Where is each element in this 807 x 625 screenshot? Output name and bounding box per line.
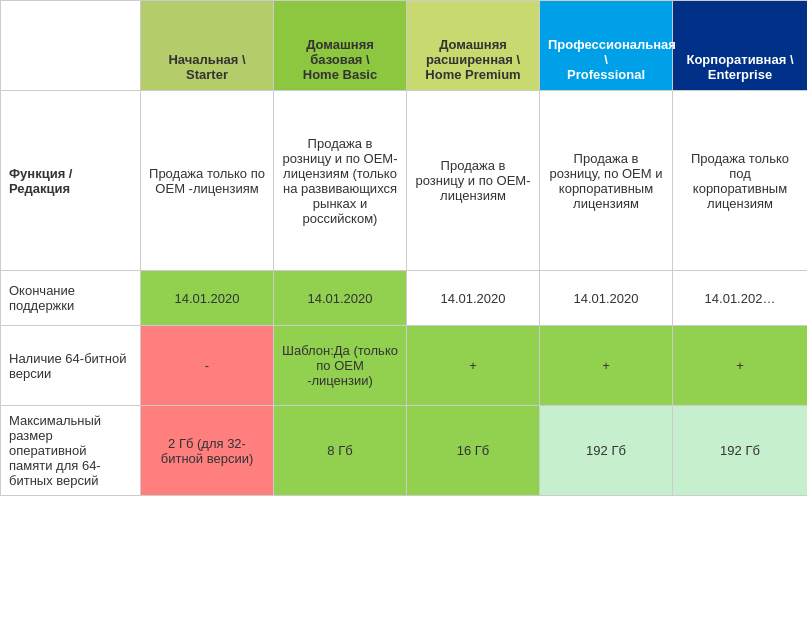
- cell-support-starter: 14.01.2020: [141, 271, 274, 326]
- cell-64bit-enterprise: +: [673, 326, 808, 406]
- header-enterprise-line1: Корпоративная \: [681, 52, 799, 67]
- table-row: Максимальный размер оперативной памяти д…: [1, 406, 808, 496]
- cell-support-enterprise: 14.01.202…: [673, 271, 808, 326]
- header-professional-line2: Professional: [548, 67, 664, 82]
- cell-64bit-starter: -: [141, 326, 274, 406]
- header-feature-col: [1, 1, 141, 91]
- table-row: Наличие 64-битной версии-Шаблон:Да (толь…: [1, 326, 808, 406]
- table-body: Функция / РедакцияПродажа только по OEM …: [1, 91, 808, 496]
- header-enterprise-line2: Enterprise: [681, 67, 799, 82]
- header-homepremium-line1: Домашняя расширенная \: [415, 37, 531, 67]
- header-homebasic-line2: Home Basic: [282, 67, 398, 82]
- feature-label-sales: Функция / Редакция: [1, 91, 141, 271]
- cell-sales-professional: Продажа в розницу, по OEM и корпоративны…: [540, 91, 673, 271]
- cell-sales-enterprise: Продажа только под корпоративным лицензи…: [673, 91, 808, 271]
- header-homepremium-line2: Home Premium: [415, 67, 531, 82]
- header-enterprise: Корпоративная \ Enterprise: [673, 1, 808, 91]
- header-starter-line1: Начальная \: [149, 52, 265, 67]
- cell-support-professional: 14.01.2020: [540, 271, 673, 326]
- header-starter-line2: Starter: [149, 67, 265, 82]
- header-homebasic: Домашняя базовая \ Home Basic: [274, 1, 407, 91]
- header-row: Начальная \ Starter Домашняя базовая \ H…: [1, 1, 808, 91]
- feature-label-maxram: Максимальный размер оперативной памяти д…: [1, 406, 141, 496]
- cell-sales-homepremium: Продажа в розницу и по OEM-лицензиям: [407, 91, 540, 271]
- header-professional-line1: Профессиональная \: [548, 37, 664, 67]
- table-row: Окончание поддержки14.01.202014.01.20201…: [1, 271, 808, 326]
- header-professional: Профессиональная \ Professional: [540, 1, 673, 91]
- comparison-table: Начальная \ Starter Домашняя базовая \ H…: [0, 0, 807, 496]
- cell-maxram-homepremium: 16 Гб: [407, 406, 540, 496]
- header-homebasic-line1: Домашняя базовая \: [282, 37, 398, 67]
- comparison-table-wrapper: Начальная \ Starter Домашняя базовая \ H…: [0, 0, 807, 496]
- feature-label-64bit: Наличие 64-битной версии: [1, 326, 141, 406]
- feature-label-support: Окончание поддержки: [1, 271, 141, 326]
- cell-maxram-enterprise: 192 Гб: [673, 406, 808, 496]
- cell-support-homebasic: 14.01.2020: [274, 271, 407, 326]
- cell-64bit-homebasic: Шаблон:Да (только по OEM -лицензии): [274, 326, 407, 406]
- cell-maxram-homebasic: 8 Гб: [274, 406, 407, 496]
- cell-sales-starter: Продажа только по OEM -лицензиям: [141, 91, 274, 271]
- cell-64bit-homepremium: +: [407, 326, 540, 406]
- header-starter: Начальная \ Starter: [141, 1, 274, 91]
- cell-64bit-professional: +: [540, 326, 673, 406]
- cell-support-homepremium: 14.01.2020: [407, 271, 540, 326]
- header-homepremium: Домашняя расширенная \ Home Premium: [407, 1, 540, 91]
- table-row: Функция / РедакцияПродажа только по OEM …: [1, 91, 808, 271]
- cell-maxram-professional: 192 Гб: [540, 406, 673, 496]
- cell-maxram-starter: 2 Гб (для 32-битной версии): [141, 406, 274, 496]
- cell-sales-homebasic: Продажа в розницу и по OEM-лицензиям (то…: [274, 91, 407, 271]
